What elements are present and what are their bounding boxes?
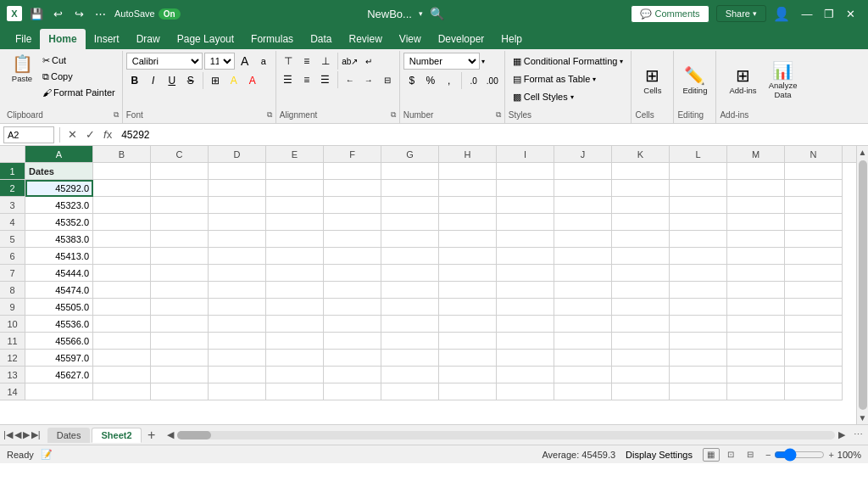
col-header-B[interactable]: B [93,146,151,162]
formula-input[interactable] [118,129,865,141]
tab-review[interactable]: Review [340,29,390,49]
add-sheet-button[interactable]: + [143,427,160,444]
font-expand[interactable]: ⧉ [267,110,272,120]
editing-button[interactable]: ✏️ Editing [678,64,711,98]
currency-button[interactable]: $ [403,72,420,89]
tab-home[interactable]: Home [40,29,85,49]
col-header-H[interactable]: H [439,146,497,162]
cell-I1[interactable] [497,163,554,180]
search-button[interactable]: 🔍 [430,7,444,20]
align-center-button[interactable]: ≡ [298,71,315,88]
h-scroll-right[interactable]: ▶ [838,429,845,440]
cell-A14[interactable] [25,383,93,400]
cell-A1[interactable]: Dates [25,163,93,180]
cells-button[interactable]: ⊞ Cells [637,64,668,98]
col-header-E[interactable]: E [266,146,324,162]
cell-L2[interactable] [670,180,727,197]
tab-insert[interactable]: Insert [86,29,128,49]
number-expand[interactable]: ⧉ [496,110,501,120]
font-size-select[interactable]: 11 [204,53,235,70]
cell-K1[interactable] [612,163,670,180]
save-button[interactable]: 💾 [27,4,46,23]
display-settings-button[interactable]: Display Settings [622,447,696,462]
minimize-button[interactable]: — [797,3,817,24]
tab-formulas[interactable]: Formulas [242,29,302,49]
row-header-9[interactable]: 9 [0,299,25,316]
row-header-3[interactable]: 3 [0,197,25,214]
orient-button[interactable]: ab↗ [342,53,359,70]
dec-inc-button[interactable]: .0 [465,72,482,89]
cell-A4[interactable]: 45352.0 [25,214,93,231]
bold-button[interactable]: B [126,72,143,89]
borders-button[interactable]: ⊞ [207,72,224,89]
comments-button[interactable]: 💬 Comments [631,5,709,23]
tab-pagelayout[interactable]: Page Layout [169,29,242,49]
sheet-tab-sheet2[interactable]: Sheet2 [92,428,141,443]
row-header-12[interactable]: 12 [0,350,25,367]
row-header-11[interactable]: 11 [0,333,25,350]
cell-I2[interactable] [497,180,554,197]
fill-color-button[interactable]: A [225,72,242,89]
cell-M2[interactable] [727,180,785,197]
row-header-5[interactable]: 5 [0,231,25,248]
cell-C1[interactable] [151,163,209,180]
dec-dec-button[interactable]: .00 [484,72,501,89]
underline-button[interactable]: U [164,72,181,89]
cell-J2[interactable] [554,180,612,197]
cell-B1[interactable] [93,163,151,180]
row-header-14[interactable]: 14 [0,383,25,400]
undo-button[interactable]: ↩ [48,4,67,23]
cell-H2[interactable] [439,180,497,197]
cell-N1[interactable] [785,163,843,180]
cell-G1[interactable] [381,163,439,180]
strikethrough-button[interactable]: S [182,72,199,89]
align-expand[interactable]: ⧉ [391,110,396,120]
tab-draw[interactable]: Draw [128,29,169,49]
format-painter-button[interactable]: 🖌 Format Painter [39,85,119,100]
close-button[interactable]: ✕ [841,3,861,24]
page-break-view-button[interactable]: ⊟ [742,448,759,462]
h-scroll-left[interactable]: ◀ [167,429,174,440]
cell-A5[interactable]: 45383.0 [25,231,93,248]
cell-A13[interactable]: 45627.0 [25,367,93,383]
align-right-button[interactable]: ☰ [317,71,334,88]
cell-K2[interactable] [612,180,670,197]
zoom-in-button[interactable]: + [828,450,833,460]
paste-button[interactable]: 📋 Paste [7,53,37,86]
cancel-formula-button[interactable]: ✕ [65,128,80,141]
cell-G2[interactable] [381,180,439,197]
zoom-out-button[interactable]: − [765,450,771,460]
normal-view-button[interactable]: ▦ [703,448,720,462]
row-header-1[interactable]: 1 [0,163,25,180]
sheet-tab-dates[interactable]: Dates [47,428,91,443]
align-middle-button[interactable]: ≡ [298,53,315,70]
cell-A10[interactable]: 45536.0 [25,316,93,333]
row-header-8[interactable]: 8 [0,282,25,299]
filename[interactable]: NewBo... [367,8,412,20]
cell-D2[interactable] [209,180,266,197]
align-left-button[interactable]: ☰ [280,71,297,88]
font-color-button[interactable]: A [244,72,261,89]
cell-A9[interactable]: 45505.0 [25,299,93,316]
cell-reference-input[interactable] [3,126,54,143]
page-layout-view-button[interactable]: ⊡ [722,448,739,462]
restore-button[interactable]: ❐ [819,3,839,24]
sheet-nav-prev[interactable]: ◀ [14,429,21,440]
row-header-4[interactable]: 4 [0,214,25,231]
col-header-C[interactable]: C [151,146,209,162]
filename-arrow[interactable]: ▾ [419,9,423,18]
tab-help[interactable]: Help [492,29,531,49]
sheet-nav-first[interactable]: |◀ [3,429,13,440]
clipboard-expand[interactable]: ⧉ [114,110,119,120]
col-header-G[interactable]: G [381,146,439,162]
col-header-F[interactable]: F [324,146,381,162]
scroll-down-arrow[interactable]: ▼ [857,411,868,424]
increase-font-button[interactable]: A [236,53,253,70]
cell-N2[interactable] [785,180,843,197]
sheet-nav-next[interactable]: ▶ [23,429,30,440]
cell-J1[interactable] [554,163,612,180]
cell-A8[interactable]: 45474.0 [25,282,93,299]
share-button[interactable]: Share ▾ [716,5,766,22]
scroll-thumb[interactable] [859,160,867,410]
col-header-M[interactable]: M [727,146,785,162]
